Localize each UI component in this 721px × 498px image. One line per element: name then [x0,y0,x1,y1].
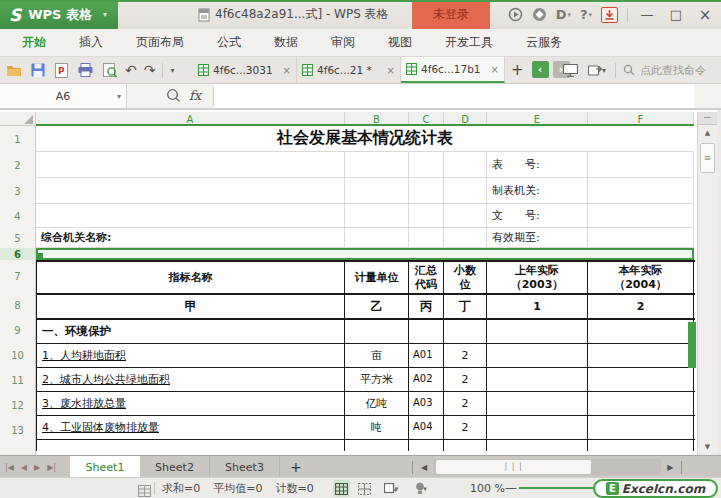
cell[interactable] [444,320,487,343]
tab-view[interactable]: 视图 [388,34,412,51]
cell[interactable] [487,392,588,415]
wps-app-button[interactable]: S WPS 表格 ▾ [0,0,118,29]
login-button[interactable]: 未登录 [412,0,490,29]
doc-tab-1[interactable]: 4f6c...3031 × [193,57,297,83]
insert-function-icon[interactable]: fx [189,88,201,103]
formula-input[interactable] [214,84,694,108]
cell[interactable] [487,440,588,451]
cell[interactable] [409,228,444,248]
cell[interactable] [345,178,409,204]
cell[interactable] [588,204,694,228]
close-button[interactable]: × [695,6,715,24]
minimize-button[interactable]: — [637,7,657,22]
search-icon[interactable] [166,88,181,107]
tab-review[interactable]: 审阅 [331,34,355,51]
decimals-cell[interactable]: 2 [444,392,487,415]
reading-mode-icon[interactable]: ▾ [409,480,433,497]
export-pdf-icon[interactable]: P [53,62,70,79]
cell[interactable] [345,204,409,228]
cell[interactable] [409,178,444,204]
prev-tab-button[interactable]: ‹ [532,61,549,78]
section-title[interactable]: 一、环境保护 [37,320,345,343]
chevron-down-icon[interactable]: ▾ [103,10,107,19]
row-header-1[interactable]: 1 [0,126,35,152]
print-preview-icon[interactable] [101,62,118,79]
indicator-name[interactable]: 3、废水排放总量 [37,392,345,415]
code-cell[interactable]: A02 [409,368,444,391]
share-icon[interactable]: ▾ [586,62,608,79]
unit-cell[interactable]: 平方米 [345,368,409,391]
cell[interactable] [409,320,444,343]
tab-developer[interactable]: 开发工具 [445,34,493,51]
decimals-cell[interactable]: 2 [444,344,487,367]
widget-icon[interactable] [532,7,547,22]
close-icon[interactable]: × [283,65,291,76]
help-icon[interactable]: ?▾ [580,7,592,22]
cell[interactable] [487,368,588,391]
maximize-button[interactable]: □ [666,7,686,22]
cell[interactable] [588,392,694,415]
monitor-icon[interactable] [562,62,579,79]
skin-icon[interactable]: D▾ [556,7,571,22]
cell[interactable] [588,178,694,204]
code-cell[interactable]: A01 [409,344,444,367]
redo-icon[interactable]: ↷ [144,63,156,77]
open-icon[interactable] [5,62,22,79]
subheader-cell[interactable]: 甲 [37,295,345,318]
cell[interactable] [409,204,444,228]
community-icon[interactable] [508,7,523,22]
row-header-4[interactable]: 4 [0,204,35,228]
name-box[interactable]: A6 ▾ [0,84,127,108]
row-header-5[interactable]: 5 [0,228,35,248]
header-unit[interactable]: 计量单位 [345,262,409,293]
cell[interactable] [487,416,588,439]
cell[interactable] [37,440,345,451]
row-header-12[interactable]: 12 [0,393,35,418]
subheader-cell[interactable]: 2 [588,295,694,318]
indicator-name[interactable]: 1、人均耕地面积 [37,344,345,367]
cell[interactable] [444,204,487,228]
org-name-label[interactable]: 综合机关名称: [36,228,345,248]
code-cell[interactable]: A03 [409,392,444,415]
cell[interactable] [588,228,694,248]
cell[interactable] [588,344,694,367]
header-decimals[interactable]: 小数 位 [444,262,487,293]
scroll-left-icon[interactable]: ◀ [421,463,427,472]
cell[interactable] [444,152,487,178]
row-header-13[interactable]: 13 [0,418,35,443]
tab-insert[interactable]: 插入 [79,34,103,51]
new-tab-button[interactable]: + [511,57,524,83]
unit-cell[interactable]: 亿吨 [345,392,409,415]
tab-home[interactable]: 开始 [22,34,46,51]
horizontal-scrollbar[interactable]: ◀ | | | ▶ [404,456,690,478]
cell[interactable] [588,440,694,451]
prev-sheet-icon[interactable]: ◀ [21,463,27,472]
scroll-right-icon[interactable]: ▶ [667,463,673,472]
cell[interactable] [588,416,694,439]
agency-label[interactable]: 制表机关: [487,178,588,204]
add-sheet-button[interactable]: + [290,456,302,478]
row-header-2[interactable]: 2 [0,152,35,178]
vertical-scroll-thumb[interactable]: ≡ [700,143,715,173]
cell[interactable] [36,178,345,204]
close-icon[interactable]: × [491,64,499,75]
cell[interactable] [444,228,487,248]
undo-icon[interactable]: ↶ [125,63,137,77]
print-icon[interactable] [77,62,94,79]
sheet-title-cell[interactable]: 社会发展基本情况统计表 [36,126,694,152]
header-prev-year[interactable]: 上年实际 （2003） [487,262,588,293]
vertical-scrollbar[interactable]: — ▲ ≡ ▼ [697,112,717,455]
cell[interactable] [345,320,409,343]
code-cell[interactable]: A04 [409,416,444,439]
last-sheet-icon[interactable]: ▶| [47,463,56,472]
cell[interactable] [409,152,444,178]
row-header-8[interactable]: 8 [0,293,35,318]
indicator-name[interactable]: 2、城市人均公共绿地面积 [37,368,345,391]
close-icon[interactable]: × [387,65,395,76]
chevron-down-icon[interactable]: ▾ [117,92,121,101]
header-indicator[interactable]: 指标名称 [37,262,345,293]
page-layout-view-icon[interactable]: ▾ [379,480,403,497]
header-code[interactable]: 汇总 代码 [409,262,444,293]
selected-row-6[interactable] [36,248,694,260]
cell[interactable] [588,320,694,343]
